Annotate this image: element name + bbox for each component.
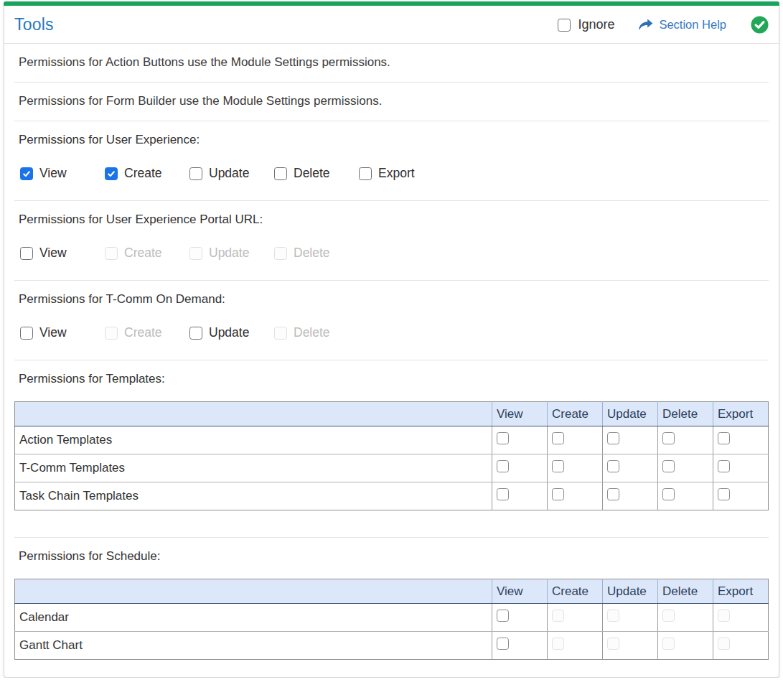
calendar-delete-checkbox [662, 610, 675, 622]
table-row: Gantt Chart [15, 632, 769, 660]
calendar-update-checkbox [607, 610, 619, 622]
checkbox-label: View [39, 325, 67, 340]
t-comm-templates-create-checkbox[interactable] [552, 460, 564, 472]
column-header-export: Export [713, 579, 769, 604]
task-chain-templates-delete-checkbox[interactable] [662, 488, 675, 500]
table-header-row: ViewCreateUpdateDeleteExport [15, 402, 769, 426]
create-checkbox [105, 247, 118, 260]
checkbox-label: Export [378, 166, 415, 181]
section-label: Permissions for User Experience Portal U… [14, 213, 769, 227]
permissions-checkbox-section: Permissions for User Experience Portal U… [4, 201, 779, 280]
action-templates-create-checkbox[interactable] [552, 432, 564, 444]
column-header-delete: Delete [658, 579, 713, 604]
column-header-view: View [492, 402, 548, 426]
permission-cell [548, 454, 603, 482]
table-row: Action Templates [15, 426, 769, 454]
gantt-chart-create-checkbox [552, 638, 564, 650]
permission-cell [713, 454, 769, 482]
checkbox-label: View [39, 246, 67, 261]
ignore-checkbox[interactable] [558, 19, 571, 32]
column-header-update: Update [603, 579, 658, 604]
column-header-create: Create [548, 579, 603, 604]
checkbox-label: Delete [294, 325, 330, 340]
ignore-control[interactable]: Ignore [558, 17, 614, 32]
task-chain-templates-export-checkbox[interactable] [718, 488, 730, 500]
row-label: Action Templates [15, 426, 492, 454]
permission-option-update[interactable]: Update [189, 166, 258, 181]
checkbox-label: Delete [294, 246, 330, 261]
permission-cell [492, 632, 548, 660]
sections: Permissions for Action Buttons use the M… [4, 44, 779, 673]
permission-option-update[interactable]: Update [189, 325, 258, 340]
action-templates-update-checkbox[interactable] [607, 432, 619, 444]
permission-cell [603, 426, 658, 454]
calendar-export-checkbox [718, 610, 730, 622]
t-comm-templates-export-checkbox[interactable] [718, 460, 730, 472]
permission-cell [492, 454, 548, 482]
update-checkbox [189, 247, 202, 260]
create-checkbox[interactable] [105, 167, 118, 180]
permission-cell [603, 454, 658, 482]
action-templates-view-checkbox[interactable] [497, 432, 509, 444]
permission-option-update: Update [189, 246, 258, 261]
section-label: Permissions for Schedule: [14, 549, 769, 564]
permission-cell [492, 482, 548, 510]
permission-cell [713, 604, 769, 632]
row-label-header [15, 579, 492, 604]
delete-checkbox[interactable] [274, 167, 287, 180]
permission-cell [658, 454, 713, 482]
view-checkbox[interactable] [20, 167, 33, 180]
section-help-label: Section Help [659, 18, 726, 32]
export-checkbox[interactable] [359, 167, 372, 180]
task-chain-templates-update-checkbox[interactable] [607, 488, 619, 500]
tools-panel: Tools Ignore Section Help [4, 1, 779, 678]
action-templates-delete-checkbox[interactable] [662, 432, 675, 444]
action-templates-export-checkbox[interactable] [718, 432, 730, 444]
column-header-view: View [492, 579, 548, 604]
permission-cell [658, 482, 713, 510]
view-checkbox[interactable] [20, 247, 33, 260]
task-chain-templates-view-checkbox[interactable] [497, 488, 509, 500]
permission-cell [713, 426, 769, 454]
update-checkbox[interactable] [189, 167, 202, 180]
view-checkbox[interactable] [20, 327, 33, 340]
column-header-create: Create [548, 402, 603, 426]
status-ok-icon [751, 16, 769, 34]
checkbox-label: Create [124, 325, 162, 340]
permission-option-view[interactable]: View [20, 246, 89, 261]
column-header-export: Export [713, 402, 769, 426]
calendar-view-checkbox[interactable] [497, 610, 509, 622]
checkbox-label: Delete [294, 166, 330, 181]
permission-option-delete[interactable]: Delete [274, 166, 343, 181]
panel-header: Tools Ignore Section Help [4, 6, 779, 44]
checkbox-label: Update [209, 166, 249, 181]
permissions-note: Permissions for Form Builder use the Mod… [4, 83, 779, 121]
section-label: Permissions for Templates: [14, 372, 769, 386]
permissions-table: ViewCreateUpdateDeleteExportCalendarGant… [14, 579, 769, 660]
checkbox-row: ViewCreateUpdateDeleteExport [14, 166, 769, 181]
checkbox-label: Create [124, 166, 162, 181]
section-help-arrow-icon [639, 19, 653, 31]
permission-cell [658, 604, 713, 632]
gantt-chart-view-checkbox[interactable] [497, 638, 509, 650]
permissions-checkbox-section: Permissions for T-Comm On Demand:ViewCre… [4, 281, 779, 360]
table-row: Calendar [15, 604, 769, 632]
permission-option-view[interactable]: View [20, 325, 89, 340]
row-label-header [15, 402, 492, 426]
permission-option-export[interactable]: Export [359, 166, 428, 181]
update-checkbox[interactable] [189, 327, 202, 340]
permission-cell [548, 426, 603, 454]
create-checkbox [105, 327, 118, 340]
t-comm-templates-delete-checkbox[interactable] [662, 460, 675, 472]
row-label: Calendar [15, 604, 492, 632]
task-chain-templates-create-checkbox[interactable] [552, 488, 564, 500]
permission-option-create[interactable]: Create [105, 166, 174, 181]
checkbox-row: ViewCreateUpdateDelete [14, 325, 769, 340]
row-label: Task Chain Templates [15, 482, 492, 510]
t-comm-templates-update-checkbox[interactable] [607, 460, 619, 472]
panel-title: Tools [14, 15, 54, 34]
permission-cell [713, 482, 769, 510]
section-help-link[interactable]: Section Help [639, 18, 726, 32]
t-comm-templates-view-checkbox[interactable] [497, 460, 509, 472]
permission-option-view[interactable]: View [20, 166, 89, 181]
